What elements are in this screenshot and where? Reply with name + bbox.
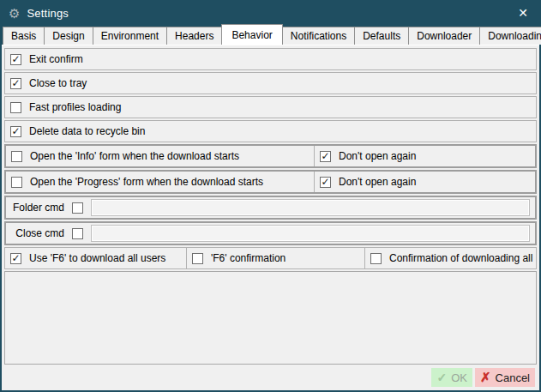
row-open-info: Open the 'Info' form when the download s…	[4, 144, 537, 168]
tab-design[interactable]: Design	[44, 27, 93, 45]
exit-confirm-label: Exit confirm	[29, 53, 83, 65]
tab-environment[interactable]: Environment	[93, 27, 167, 45]
cancel-x-icon: ✗	[480, 370, 491, 385]
delete-recycle-checkbox[interactable]	[10, 126, 21, 137]
row-f6-options: Use 'F6' to download all users 'F6' conf…	[4, 247, 537, 269]
tab-behavior[interactable]: Behavior	[221, 24, 282, 45]
fast-profiles-label: Fast profiles loading	[29, 101, 121, 113]
tab-defaults[interactable]: Defaults	[354, 27, 409, 45]
folder-cmd-checkbox[interactable]	[72, 202, 83, 214]
progress-dont-open-again-label: Don't open again	[339, 176, 416, 188]
open-info-label: Open the 'Info' form when the download s…	[30, 150, 239, 162]
close-cmd-checkbox[interactable]	[72, 228, 83, 239]
use-f6-checkbox[interactable]	[10, 253, 21, 264]
tab-notifications[interactable]: Notifications	[282, 27, 355, 45]
folder-cmd-input[interactable]	[91, 199, 530, 216]
row-open-progress: Open the 'Progress' form when the downlo…	[4, 170, 537, 194]
confirm-download-all-label: Confirmation of downloading all	[389, 252, 532, 264]
close-cmd-label: Close cmd	[11, 227, 64, 239]
cancel-button[interactable]: ✗ Cancel	[475, 368, 535, 387]
window-title: Settings	[27, 7, 69, 20]
folder-cmd-label: Folder cmd	[11, 202, 64, 214]
titlebar: ⚙ Settings ✕	[2, 2, 539, 24]
row-close-to-tray: Close to tray	[4, 72, 537, 94]
info-dont-open-again-label: Don't open again	[339, 150, 416, 162]
close-icon[interactable]: ✕	[514, 3, 532, 22]
tab-headers[interactable]: Headers	[166, 27, 222, 45]
tab-strip: Basis Design Environment Headers Behavio…	[2, 24, 539, 45]
row-fast-profiles: Fast profiles loading	[4, 96, 537, 118]
open-progress-checkbox[interactable]	[11, 177, 22, 188]
use-f6-label: Use 'F6' to download all users	[29, 252, 165, 264]
confirm-download-all-checkbox[interactable]	[370, 253, 382, 264]
info-dont-open-again-checkbox[interactable]	[320, 151, 331, 162]
close-to-tray-label: Close to tray	[29, 77, 87, 89]
open-info-checkbox[interactable]	[11, 151, 22, 162]
gear-icon: ⚙	[9, 7, 20, 20]
behavior-tab-panel: Exit confirm Close to tray Fast profiles…	[2, 45, 539, 390]
delete-recycle-label: Delete data to recycle bin	[29, 125, 145, 137]
tab-downloading[interactable]: Downloading	[479, 27, 541, 45]
progress-dont-open-again-checkbox[interactable]	[320, 177, 331, 188]
ok-button-label: OK	[451, 371, 467, 384]
cancel-button-label: Cancel	[496, 371, 530, 384]
f6-confirmation-checkbox[interactable]	[192, 253, 203, 264]
close-to-tray-checkbox[interactable]	[10, 78, 21, 89]
fast-profiles-checkbox[interactable]	[10, 102, 21, 113]
f6-confirmation-label: 'F6' confirmation	[211, 252, 286, 264]
tab-basis[interactable]: Basis	[3, 27, 45, 45]
row-exit-confirm: Exit confirm	[4, 48, 537, 70]
ok-check-icon: ✓	[436, 371, 447, 384]
exit-confirm-checkbox[interactable]	[10, 54, 21, 65]
footer-bar: ✓ OK ✗ Cancel	[4, 367, 537, 388]
ok-button[interactable]: ✓ OK	[431, 368, 472, 387]
close-cmd-input[interactable]	[91, 225, 530, 242]
settings-window: ⚙ Settings ✕ Basis Design Environment He…	[0, 0, 541, 392]
row-delete-recycle: Delete data to recycle bin	[4, 120, 537, 142]
tab-downloader[interactable]: Downloader	[408, 27, 480, 45]
open-progress-label: Open the 'Progress' form when the downlo…	[30, 176, 263, 188]
empty-panel	[4, 271, 537, 365]
row-close-cmd: Close cmd	[4, 221, 537, 245]
row-folder-cmd: Folder cmd	[4, 196, 537, 220]
